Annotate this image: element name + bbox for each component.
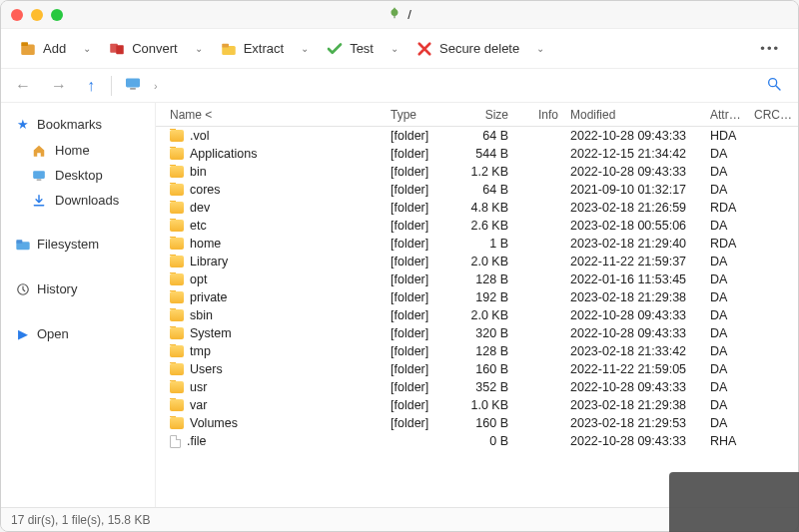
main-body: ★ Bookmarks Home Desktop Downloads [1, 103, 798, 507]
file-name: Users [190, 362, 223, 376]
overflow-menu-button[interactable]: ••• [752, 37, 788, 60]
file-name: System [190, 326, 232, 340]
table-row[interactable]: opt[folder]128 B2022-01-16 11:53:45DA [156, 270, 798, 288]
svg-rect-10 [33, 171, 45, 179]
secure-delete-label: Secure delete [439, 41, 519, 56]
table-row[interactable]: usr[folder]352 B2022-10-28 09:43:33DA [156, 378, 798, 396]
maximize-window-button[interactable] [51, 9, 63, 21]
sidebar-item-desktop[interactable]: Desktop [1, 165, 155, 186]
table-row[interactable]: cores[folder]64 B2021-09-10 01:32:17DA [156, 181, 798, 199]
table-row[interactable]: home[folder]1 B2023-02-18 21:29:40RDA [156, 235, 798, 253]
table-row[interactable]: System[folder]320 B2022-10-28 09:43:33DA [156, 324, 798, 342]
folder-icon [170, 202, 184, 214]
sidebar-item-open[interactable]: ▶ Open [1, 322, 155, 345]
table-row[interactable]: .vol[folder]64 B2022-10-28 09:43:33HDA [156, 127, 798, 145]
test-label: Test [350, 41, 374, 56]
column-attributes[interactable]: Attrib… [704, 108, 748, 122]
overlay-patch [669, 472, 799, 532]
table-row[interactable]: var[folder]1.0 KB2023-02-18 21:29:38DA [156, 396, 798, 414]
close-window-button[interactable] [11, 9, 23, 21]
table-row[interactable]: etc[folder]2.6 KB2023-02-18 00:55:06DA [156, 217, 798, 235]
table-row[interactable]: dev[folder]4.8 KB2023-02-18 21:26:59RDA [156, 199, 798, 217]
column-size[interactable]: Size [444, 108, 514, 122]
file-type: [folder] [385, 219, 444, 233]
column-modified[interactable]: Modified [564, 108, 704, 122]
svg-rect-11 [37, 179, 42, 180]
convert-dropdown-chevron[interactable]: ⌄ [190, 39, 208, 58]
table-row[interactable]: Volumes[folder]160 B2023-02-18 21:29:53D… [156, 414, 798, 432]
sidebar-item-downloads[interactable]: Downloads [1, 190, 155, 211]
file-modified: 2023-02-18 00:55:06 [564, 219, 704, 233]
file-type: [folder] [385, 237, 444, 251]
toolbar: Add ⌄ Convert ⌄ Extract ⌄ Test ⌄ Secure … [1, 29, 798, 69]
table-row[interactable]: bin[folder]1.2 KB2022-10-28 09:43:33DA [156, 163, 798, 181]
add-button[interactable]: Add [11, 36, 74, 62]
folder-icon [170, 273, 184, 285]
file-modified: 2022-11-22 21:59:37 [564, 255, 704, 268]
file-type: [folder] [385, 326, 444, 340]
up-arrow-icon[interactable]: ↑ [83, 75, 99, 97]
search-icon[interactable] [760, 72, 788, 99]
file-name: opt [190, 272, 207, 286]
file-name: etc [190, 219, 207, 233]
file-attr: DA [704, 362, 748, 376]
extract-button[interactable]: Extract [212, 36, 292, 62]
extract-dropdown-chevron[interactable]: ⌄ [296, 39, 314, 58]
file-type: [folder] [385, 255, 444, 268]
sidebar-bookmarks-header[interactable]: ★ Bookmarks [1, 113, 155, 136]
convert-button[interactable]: Convert [100, 36, 186, 62]
file-attr: RDA [704, 237, 748, 251]
test-button[interactable]: Test [318, 36, 382, 62]
sidebar-item-home[interactable]: Home [1, 140, 155, 161]
desktop-icon [31, 170, 47, 182]
add-label: Add [43, 41, 66, 56]
secure-delete-dropdown-chevron[interactable]: ⌄ [531, 39, 549, 58]
file-modified: 2022-12-15 21:34:42 [564, 147, 704, 161]
sidebar-item-label: History [37, 281, 77, 296]
file-icon [170, 435, 181, 448]
file-attr: DA [704, 308, 748, 322]
file-size: 192 B [444, 290, 514, 304]
svg-point-8 [769, 79, 777, 87]
folder-icon [170, 130, 184, 142]
table-row[interactable]: Users[folder]160 B2022-11-22 21:59:05DA [156, 360, 798, 378]
test-dropdown-chevron[interactable]: ⌄ [386, 39, 403, 58]
file-size: 2.6 KB [444, 219, 514, 233]
column-type[interactable]: Type [385, 108, 444, 122]
column-info[interactable]: Info [514, 108, 564, 122]
file-name: private [190, 290, 228, 304]
add-dropdown-chevron[interactable]: ⌄ [78, 39, 96, 58]
column-name[interactable]: Name < [156, 108, 385, 122]
back-arrow-icon[interactable]: ← [11, 75, 35, 97]
sidebar-item-filesystem[interactable]: Filesystem [1, 233, 155, 256]
sidebar-item-history[interactable]: History [1, 277, 155, 300]
table-row[interactable]: tmp[folder]128 B2023-02-18 21:33:42DA [156, 342, 798, 360]
file-type: [folder] [385, 290, 444, 304]
file-attr: DA [704, 344, 748, 358]
history-clock-icon [15, 282, 31, 296]
file-modified: 2023-02-18 21:29:38 [564, 290, 704, 304]
column-crc[interactable]: CRC32 [748, 108, 798, 122]
table-row[interactable]: Applications[folder]544 B2022-12-15 21:3… [156, 145, 798, 163]
file-modified: 2022-10-28 09:43:33 [564, 308, 704, 322]
window-controls [11, 9, 63, 21]
folder-icon [15, 238, 31, 252]
file-attr: DA [704, 147, 748, 161]
forward-arrow-icon[interactable]: → [47, 75, 71, 97]
minimize-window-button[interactable] [31, 9, 43, 21]
file-attr: DA [704, 165, 748, 179]
table-row[interactable]: Library[folder]2.0 KB2022-11-22 21:59:37… [156, 253, 798, 270]
table-row[interactable]: .file0 B2022-10-28 09:43:33RHA [156, 432, 798, 450]
file-modified: 2022-10-28 09:43:33 [564, 129, 704, 143]
file-size: 64 B [444, 129, 514, 143]
file-size: 64 B [444, 183, 514, 197]
file-name: .vol [190, 129, 209, 143]
table-row[interactable]: private[folder]192 B2023-02-18 21:29:38D… [156, 288, 798, 306]
secure-delete-button[interactable]: Secure delete [407, 36, 527, 62]
table-row[interactable]: sbin[folder]2.0 KB2022-10-28 09:43:33DA [156, 306, 798, 324]
file-attr: DA [704, 183, 748, 197]
root-computer-icon[interactable] [124, 77, 142, 94]
file-type: [folder] [385, 183, 444, 197]
file-attr: DA [704, 380, 748, 394]
sidebar-item-label: Filesystem [37, 237, 99, 252]
